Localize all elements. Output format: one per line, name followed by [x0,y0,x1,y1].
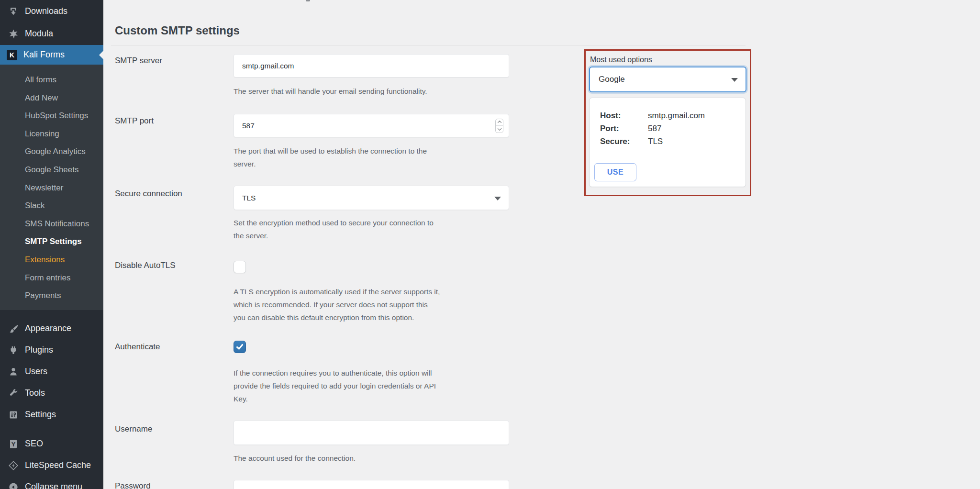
sidebar-item-label: Plugins [25,345,53,355]
detail-row-secure: Secure:TLS [600,135,663,148]
sidebar-item-litespeed-cache[interactable]: LiteSpeed Cache [0,455,103,476]
authenticate-checkbox[interactable] [234,341,246,353]
provider-select[interactable]: Google [589,67,746,92]
sidebar-item-label: Collapse menu [25,482,82,489]
use-button[interactable]: USE [594,163,636,181]
clipped-top-element [306,0,310,1]
sidebar-item-label: Downloads [25,6,67,16]
submenu-item-add-new[interactable]: Add New [0,89,103,107]
sidebar-item-label: Tools [25,388,45,398]
number-stepper[interactable] [495,119,503,133]
admin-menu-lower: Appearance Plugins Users Tools Settings [0,318,103,425]
stepper-up-icon[interactable] [496,119,503,126]
most-used-options-label: Most used options [590,56,652,64]
admin-sidebar: Downloads Modula K Kali Forms All forms … [0,0,103,489]
submenu-item-smtp-settings[interactable]: SMTP Settings [0,233,103,251]
smtp-port-input[interactable] [234,114,509,137]
secure-connection-help: Set the encryption method used to secure… [234,216,501,242]
sidebar-item-plugins[interactable]: Plugins [0,339,103,361]
sidebar-item-modula[interactable]: Modula [0,22,103,45]
sidebar-item-appearance[interactable]: Appearance [0,318,103,339]
sidebar-item-label: Kali Forms [23,50,65,60]
submenu-item-sms-notifications[interactable]: SMS Notifications [0,215,103,233]
submenu-item-google-sheets[interactable]: Google Sheets [0,161,103,179]
submenu-item-google-analytics[interactable]: Google Analytics [0,143,103,161]
plug-icon [9,345,18,355]
appearance-icon [9,324,18,333]
sidebar-item-label: Users [25,367,47,377]
authenticate-help: If the connection requires you to authen… [234,367,501,405]
stepper-down-icon[interactable] [496,126,503,133]
kali-forms-submenu: All forms Add New HubSpot Settings Licen… [0,65,103,310]
selected-value: TLS [242,194,256,202]
modula-icon [9,29,18,39]
sidebar-item-downloads[interactable]: Downloads [0,0,103,22]
wrench-icon [9,389,18,398]
secure-connection-select[interactable]: TLS [234,186,509,210]
sidebar-item-label: Appearance [25,323,71,333]
collapse-menu-button[interactable]: Collapse menu [0,476,103,489]
detail-row-port: Port:587 [600,122,661,135]
sidebar-item-users[interactable]: Users [0,361,103,382]
submenu-item-newsletter[interactable]: Newsletter [0,179,103,197]
port-label: Port: [600,122,648,135]
sidebar-item-label: Modula [25,29,53,39]
submenu-item-payments[interactable]: Payments [0,287,103,305]
disable-autotls-checkbox[interactable] [234,261,246,273]
chevron-down-icon [494,197,501,200]
secure-label: Secure: [600,135,648,148]
svg-text:Y: Y [11,440,16,447]
sidebar-item-seo[interactable]: Y SEO [0,433,103,455]
username-input[interactable] [234,421,509,445]
port-value: 587 [648,124,661,133]
submenu-item-slack[interactable]: Slack [0,197,103,215]
smtp-server-input[interactable] [234,54,509,78]
submenu-item-licensing[interactable]: Licensing [0,125,103,143]
submenu-item-extensions[interactable]: Extensions [0,251,103,269]
provider-details-card: Host:smtp.gmail.com Port:587 Secure:TLS … [589,98,746,187]
download-icon [9,7,18,16]
collapse-arrow-icon [9,482,18,489]
selected-provider: Google [599,75,625,84]
smtp-port-field [234,114,509,137]
admin-menu-plugins: Y SEO LiteSpeed Cache [0,433,103,476]
username-label: Username [115,424,152,434]
secure-connection-label: Secure connection [115,189,182,199]
smtp-port-help: The port that will be used to establish … [234,144,501,170]
sidebar-item-label: Settings [25,410,56,420]
username-help: The account used for the connection. [234,452,501,465]
sidebar-item-label: SEO [25,439,43,449]
chevron-down-icon [731,78,738,82]
sidebar-item-kali-forms[interactable]: K Kali Forms [0,45,103,65]
litespeed-icon [9,461,18,470]
sidebar-item-tools[interactable]: Tools [0,382,103,404]
settings-sliders-icon [9,410,18,420]
checkmark-icon [235,343,244,351]
heading-divider [111,45,746,45]
sidebar-item-label: LiteSpeed Cache [25,460,91,470]
host-label: Host: [600,109,648,122]
detail-row-host: Host:smtp.gmail.com [600,109,705,122]
smtp-port-label: SMTP port [115,116,154,126]
page-title: Custom SMTP settings [115,24,240,37]
sidebar-item-settings[interactable]: Settings [0,404,103,425]
yoast-seo-icon: Y [9,439,18,449]
smtp-server-label: SMTP server [115,56,162,66]
user-icon [9,367,18,377]
host-value: smtp.gmail.com [648,111,705,120]
collapse-menu-row: Collapse menu [0,476,103,489]
smtp-server-help: The server that will handle your email s… [234,85,501,98]
password-input[interactable] [234,480,509,489]
authenticate-label: Authenticate [115,342,160,352]
current-menu-arrow [95,51,103,59]
disable-autotls-label: Disable AutoTLS [115,261,176,270]
password-label: Password [115,481,151,489]
submenu-item-form-entries[interactable]: Form entries [0,269,103,287]
disable-autotls-help: A TLS encryption is automatically used i… [234,285,501,324]
secure-value: TLS [648,137,663,146]
submenu-item-all-forms[interactable]: All forms [0,71,103,89]
kali-forms-icon: K [7,50,17,60]
submenu-item-hubspot-settings[interactable]: HubSpot Settings [0,107,103,125]
